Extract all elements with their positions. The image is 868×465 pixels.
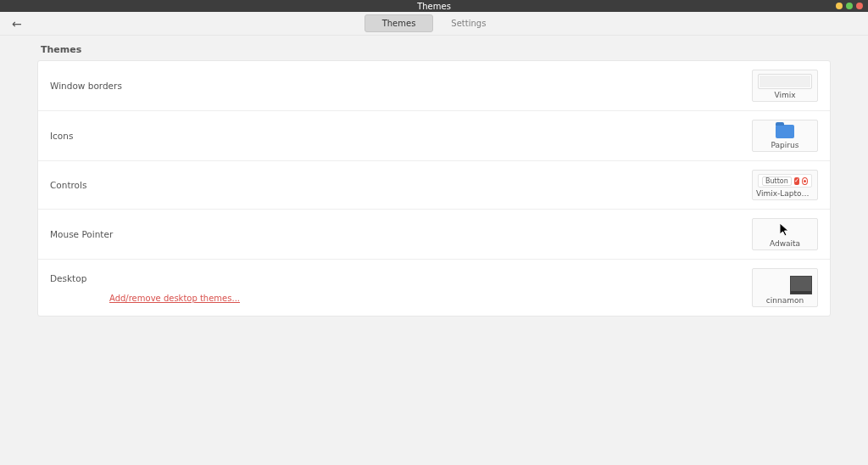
row-mouse-pointer: Mouse Pointer Adwaita xyxy=(38,209,830,259)
mouse-pointer-selector[interactable]: Adwaita xyxy=(752,218,818,250)
desktop-value: cinnamon xyxy=(766,296,804,305)
cursor-icon xyxy=(780,223,790,237)
row-window-borders-label: Window borders xyxy=(50,81,122,91)
row-mouse-pointer-label: Mouse Pointer xyxy=(50,229,113,239)
desktop-preview xyxy=(758,272,812,294)
window-controls xyxy=(836,0,863,12)
desktop-selector[interactable]: cinnamon xyxy=(752,268,818,307)
window-borders-preview-icon xyxy=(758,74,812,89)
window-title: Themes xyxy=(417,2,451,11)
cursor-preview xyxy=(758,222,812,238)
icons-value: Papirus xyxy=(771,141,799,149)
close-icon[interactable] xyxy=(856,3,863,9)
controls-selector[interactable]: Button ✓ Vimix-Laptop-Ruby xyxy=(752,170,818,200)
tab-settings-label: Settings xyxy=(451,19,486,28)
row-controls: Controls Button ✓ Vimix-Laptop-Ruby xyxy=(38,160,830,209)
add-remove-themes-link[interactable]: Add/remove desktop themes... xyxy=(109,294,240,303)
row-icons-label: Icons xyxy=(50,131,73,141)
row-icons: Icons Papirus xyxy=(38,110,830,160)
controls-value: Vimix-Laptop-Ruby xyxy=(756,189,814,198)
tab-themes[interactable]: Themes xyxy=(364,14,434,32)
checkbox-icon: ✓ xyxy=(794,177,799,185)
maximize-icon[interactable] xyxy=(846,3,853,9)
icons-selector[interactable]: Papirus xyxy=(752,120,818,152)
section-heading: Themes xyxy=(41,44,827,55)
row-desktop: Desktop Add/remove desktop themes... cin… xyxy=(38,259,830,316)
back-button[interactable]: ← xyxy=(8,12,25,35)
row-desktop-label: Desktop xyxy=(50,273,240,283)
titlebar: Themes xyxy=(0,0,868,12)
window-borders-value: Vimix xyxy=(774,91,795,99)
folder-icon xyxy=(776,125,794,138)
svg-marker-0 xyxy=(780,223,788,236)
row-window-borders: Window borders Vimix xyxy=(38,61,830,110)
controls-preview: Button ✓ xyxy=(758,174,812,188)
themes-panel: Window borders Vimix Icons Papirus Contr… xyxy=(37,60,831,317)
minimize-icon[interactable] xyxy=(836,3,843,9)
desktop-panel-icon xyxy=(790,276,812,294)
back-arrow-icon: ← xyxy=(12,17,22,31)
radio-icon xyxy=(802,177,808,185)
content: Themes Window borders Vimix Icons Papiru… xyxy=(0,44,868,317)
tab-settings[interactable]: Settings xyxy=(433,14,504,32)
tab-themes-label: Themes xyxy=(382,19,416,28)
tabs: Themes Settings xyxy=(364,14,504,32)
toolbar: ← Themes Settings xyxy=(0,12,868,36)
controls-sample-button: Button xyxy=(762,176,792,186)
window-borders-selector[interactable]: Vimix xyxy=(752,70,818,102)
mouse-pointer-value: Adwaita xyxy=(770,239,800,248)
icons-preview xyxy=(758,124,812,139)
row-controls-label: Controls xyxy=(50,180,86,190)
